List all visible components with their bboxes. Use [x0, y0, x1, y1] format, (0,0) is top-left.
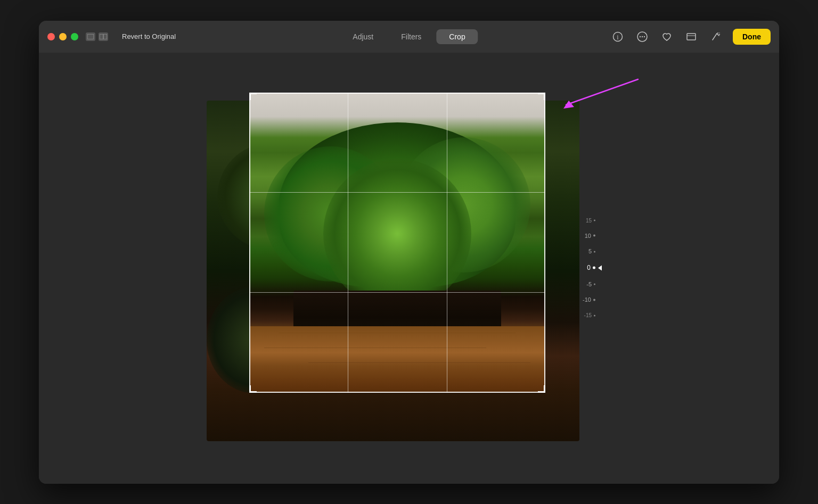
- svg-point-8: [644, 36, 645, 37]
- favorite-button[interactable]: [659, 29, 674, 44]
- tab-adjust[interactable]: Adjust: [340, 29, 386, 44]
- dial-pointer: [598, 266, 602, 271]
- dial-mark-neg10: -10: [583, 295, 595, 305]
- svg-rect-0: [87, 34, 94, 39]
- svg-point-7: [642, 36, 643, 37]
- svg-point-12: [717, 32, 718, 34]
- crop-region[interactable]: [249, 93, 545, 393]
- main-window: Revert to Original Adjust Filters Crop i: [39, 21, 779, 484]
- done-button[interactable]: Done: [733, 29, 771, 45]
- rotation-dial[interactable]: 15 10 5 0: [583, 216, 595, 320]
- traffic-lights: [47, 33, 78, 40]
- dial-mark-5: 5: [588, 246, 595, 257]
- magic-wand-button[interactable]: [708, 29, 723, 44]
- tab-crop[interactable]: Crop: [436, 29, 478, 44]
- dial-mark-10: 10: [585, 230, 595, 241]
- image-canvas: 15 10 5 0: [207, 85, 611, 452]
- editor-content: 15 10 5 0: [39, 53, 779, 484]
- aspect-ratio-button[interactable]: [684, 29, 699, 44]
- svg-point-15: [717, 34, 718, 35]
- svg-point-13: [719, 34, 720, 35]
- close-button[interactable]: [47, 33, 55, 40]
- titlebar: Revert to Original Adjust Filters Crop i: [39, 21, 779, 53]
- split-window-btn[interactable]: [99, 32, 108, 41]
- revert-to-original-button[interactable]: Revert to Original: [118, 30, 180, 43]
- window-type-buttons: [86, 32, 108, 41]
- svg-line-10: [713, 34, 717, 40]
- maximize-button[interactable]: [71, 33, 78, 40]
- dial-mark-15: 15: [586, 216, 595, 225]
- more-options-button[interactable]: [635, 29, 650, 44]
- svg-text:i: i: [617, 33, 619, 40]
- info-button[interactable]: i: [610, 29, 625, 44]
- edit-tabs: Adjust Filters Crop: [340, 29, 478, 44]
- tab-filters[interactable]: Filters: [388, 29, 434, 44]
- dial-mark-0: 0: [587, 262, 595, 274]
- titlebar-actions: i: [610, 29, 771, 45]
- svg-rect-9: [687, 34, 696, 40]
- photo-image: [249, 93, 545, 393]
- single-window-btn[interactable]: [86, 32, 95, 41]
- dial-mark-neg15: -15: [584, 311, 595, 320]
- svg-point-14: [719, 32, 719, 33]
- minimize-button[interactable]: [59, 33, 67, 40]
- dial-mark-neg5: -5: [586, 279, 595, 290]
- svg-point-6: [640, 36, 641, 37]
